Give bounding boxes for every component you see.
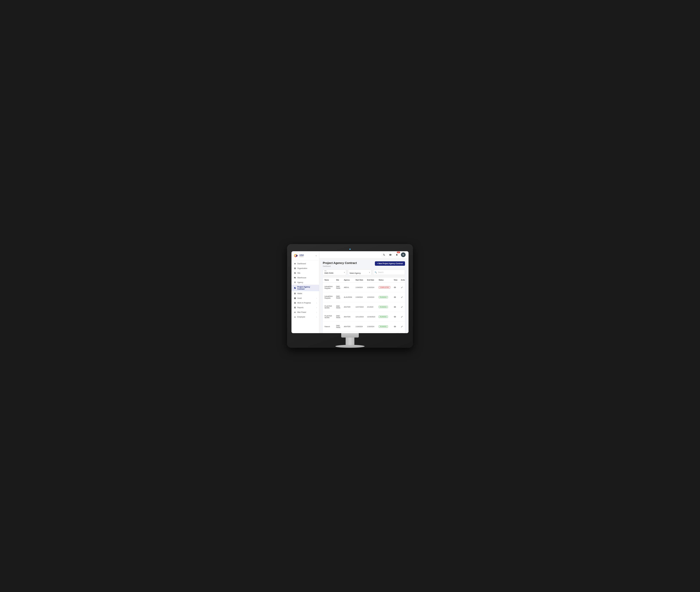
logo-icon	[294, 253, 298, 258]
page-content: Project Agency Contract Dashboard + New …	[319, 258, 409, 333]
translate-button[interactable]	[382, 252, 386, 257]
cell-action	[399, 292, 405, 302]
new-contract-button[interactable]: + New Project Agency Contract	[375, 261, 405, 266]
cell-agency: ALAUDDIN	[342, 292, 354, 302]
asset-icon	[294, 297, 296, 299]
edit-button[interactable]	[401, 286, 405, 288]
notification-badge: 99+	[397, 252, 400, 253]
notification-button[interactable]: 99+	[394, 252, 399, 257]
filters-row: Site DMD PARK ▾ Select Agency ▾	[323, 269, 405, 275]
col-header-status: Status	[377, 278, 392, 282]
wallet-icon	[294, 292, 296, 295]
table-row: PLASTER WORK DMD PARK AKHTER 12/27/2023 …	[323, 302, 405, 312]
sidebar-item-label-employee: Employee	[297, 316, 305, 318]
cell-name: PLASTER WORK	[323, 312, 334, 322]
table-body: IndrajitSinh Rayjada DMD PARK ABDUL 1/18…	[323, 282, 405, 331]
sidebar-nav: Dashboard Organization Site	[291, 260, 319, 333]
page-header: Project Agency Contract Dashboard + New …	[323, 261, 405, 267]
sidebar-item-agency[interactable]: Agency	[291, 280, 319, 285]
cell-view	[392, 282, 399, 292]
cell-name: IndrajitSinh Rayjada	[323, 282, 334, 292]
logo: odan infotech	[294, 253, 304, 258]
cell-site: DMD PARK	[334, 312, 342, 322]
prev-page-button[interactable]: ‹	[396, 333, 399, 333]
sidebar-item-reports[interactable]: Reports ›	[291, 305, 319, 310]
employee-icon	[294, 316, 296, 318]
monitor-stand-top	[341, 333, 359, 338]
cell-end-date: 1/24/2024	[365, 292, 377, 302]
sidebar-item-label-contract: Project Agency Contract	[297, 286, 317, 290]
sidebar-item-label-organization: Organization	[297, 267, 307, 269]
monitor-outer: odan infotech « Dashboard	[287, 244, 413, 348]
cell-site: DMD PARK	[334, 282, 342, 292]
view-button[interactable]	[394, 315, 398, 318]
collapse-sidebar-button[interactable]: «	[316, 254, 317, 257]
logo-name: odan	[299, 254, 304, 256]
logo-text: odan infotech	[299, 254, 304, 257]
cell-agency: AKHTER	[342, 312, 354, 322]
sidebar-item-warehouse[interactable]: Warehouse	[291, 276, 319, 280]
site-filter-label: Site	[324, 270, 327, 272]
cell-site: DMD PARK	[334, 292, 342, 302]
cell-name: IndrajitSinh Rayjada	[323, 292, 334, 302]
col-header-site: Site	[334, 278, 342, 282]
edit-button[interactable]	[401, 326, 405, 328]
cell-action	[399, 312, 405, 322]
user-avatar[interactable]: N	[401, 252, 406, 257]
edit-button[interactable]	[401, 306, 405, 308]
sidebar-item-employee[interactable]: Employee ›	[291, 314, 319, 319]
monitor-screen: odan infotech « Dashboard	[291, 251, 409, 333]
view-button[interactable]	[394, 296, 398, 298]
view-button[interactable]	[394, 306, 398, 308]
cell-end-date: 12/18/2023	[365, 312, 377, 322]
status-badge: RUNNING	[379, 315, 388, 318]
agency-filter-wrapper: Select Agency ▾	[348, 269, 371, 275]
agency-filter-select[interactable]: Select Agency	[348, 269, 371, 275]
table-row: PLASTER WORK DMD PARK AKHTER 12/11/2023 …	[323, 312, 405, 322]
cell-name: Rakesh	[323, 322, 334, 332]
site-filter-wrapper: Site DMD PARK ▾	[323, 269, 346, 275]
cell-start-date: 1/18/2024	[354, 292, 365, 302]
edit-button[interactable]	[401, 296, 405, 298]
col-header-name: Name	[323, 278, 334, 282]
cell-end-date: 1/18/2024	[365, 322, 377, 332]
cell-action	[399, 322, 405, 332]
bell-icon	[395, 254, 398, 256]
breadcrumb: Dashboard	[323, 265, 357, 267]
translate-icon	[383, 254, 385, 256]
view-button[interactable]	[394, 286, 398, 289]
sidebar-item-man-power[interactable]: Man Power ›	[291, 310, 319, 314]
sidebar-item-wallet[interactable]: Wallet	[291, 291, 319, 296]
sidebar-item-label-agency: Agency	[297, 281, 303, 284]
sidebar-item-label-dashboard: Dashboard	[297, 263, 306, 265]
monitor-dot	[349, 249, 351, 250]
edit-button[interactable]	[401, 316, 405, 318]
sidebar-item-asset[interactable]: Asset ›	[291, 296, 319, 301]
search-input[interactable]	[373, 270, 405, 275]
sidebar-item-label-manpower: Man Power	[297, 311, 306, 313]
sidebar-item-work-in-progress[interactable]: Work In Progress ›	[291, 301, 319, 305]
sidebar-item-label-wallet: Wallet	[297, 293, 302, 295]
sidebar-item-site[interactable]: Site	[291, 271, 319, 276]
sidebar-item-organization[interactable]: Organization	[291, 266, 319, 271]
table-row: Rakesh DMD PARK AKHTER 1/18/2024 1/18/20…	[323, 322, 405, 332]
mail-button[interactable]	[388, 252, 393, 257]
status-badge: COMPLETED	[379, 286, 390, 289]
col-header-action: Action	[399, 278, 405, 282]
search-wrapper: 🔍	[373, 270, 405, 275]
sidebar-item-dashboard[interactable]: Dashboard	[291, 261, 319, 266]
manpower-icon	[294, 311, 296, 313]
chevron-right-icon-asset: ›	[316, 297, 317, 299]
cell-agency: AKHTER	[342, 302, 354, 312]
cell-site: DMD PARK	[334, 322, 342, 332]
view-button[interactable]	[394, 326, 398, 328]
table-row: IndrajitSinh Rayjada DMD PARK ALAUDDIN 1…	[323, 292, 405, 302]
cell-end-date: 2/1/2024	[365, 302, 377, 312]
sidebar-item-project-agency-contract[interactable]: Project Agency Contract	[291, 285, 319, 291]
monitor-stand-base	[335, 345, 365, 348]
main-content: 99+ N Project Agency Contract Dashboard …	[319, 251, 409, 333]
next-page-button[interactable]: ›	[400, 333, 403, 333]
col-header-view: View	[392, 278, 399, 282]
cell-status: RUNNING	[377, 312, 392, 322]
col-header-start-date: Start Date	[354, 278, 365, 282]
